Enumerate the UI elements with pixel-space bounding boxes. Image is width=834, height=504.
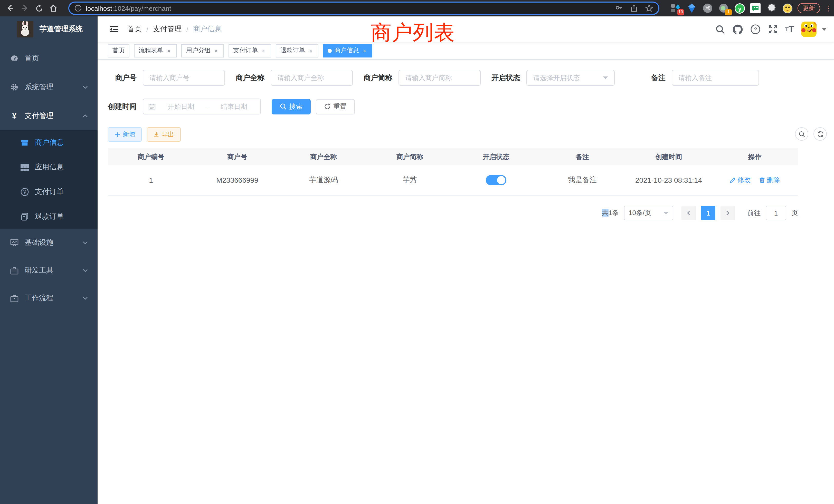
sidebar-item-dev[interactable]: 研发工具 [0,257,97,284]
search-button[interactable]: 搜索 [272,99,311,114]
fullscreen-icon[interactable] [768,24,778,35]
sidebar-item-refund[interactable]: 退款订单 [0,204,97,229]
short-name-input[interactable] [405,74,474,82]
yen-icon: ¥ [10,112,19,120]
sidebar-item-merchant[interactable]: 商户信息 [0,130,97,155]
merchant-no-input[interactable] [150,74,218,82]
avatar-caret-icon[interactable] [822,28,827,31]
gem-extension-icon[interactable] [686,3,697,14]
cell-remark: 我是备注 [539,176,626,185]
export-button[interactable]: 导出 [147,127,181,142]
y-extension-icon[interactable]: y [734,3,745,14]
extension-badge: 1 [725,9,732,16]
select-caret-icon [663,212,668,214]
tab-refund-order[interactable]: 退款订单× [276,44,319,57]
github-icon[interactable] [732,24,743,35]
shop-icon [21,139,29,147]
bookmark-star-icon[interactable] [645,4,653,12]
browser-forward-button[interactable] [18,1,32,16]
dashboard-icon [10,54,19,63]
app-logo [17,21,34,38]
user-avatar[interactable] [801,22,816,37]
toggle-extension-icon[interactable]: 1 [718,3,729,14]
sidebar-item-workflow[interactable]: 工作流程 [0,284,97,312]
edit-link[interactable]: 修改 [730,176,751,185]
chat-extension-icon[interactable] [750,3,761,14]
close-icon[interactable]: × [361,47,368,54]
page-size-select[interactable]: 10条/页 [624,206,673,220]
sidebar-item-order[interactable]: ¥ 支付订单 [0,180,97,204]
browser-update-button[interactable]: 更新 [797,3,820,13]
extension-badge: 10 [677,9,684,16]
add-button[interactable]: 新增 [108,127,142,142]
page-content: 商户号 商户全称 商户简称 开启状态 [97,60,834,220]
monitor-chart-icon [10,239,19,247]
close-icon[interactable]: × [308,47,314,54]
pagination: 共1条 10条/页 1 前往 页 [108,206,798,220]
next-page-button[interactable] [721,206,735,220]
sidebar-item-home[interactable]: 首页 [0,44,97,73]
font-size-icon[interactable]: TT [785,24,794,35]
briefcase-icon [10,294,19,302]
tab-user-group[interactable]: 用户分组× [181,44,224,57]
password-key-icon[interactable] [615,4,623,12]
column-create-time: 创建时间 [626,152,712,161]
tab-merchant-info[interactable]: 商户信息× [323,44,372,57]
status-toggle[interactable] [486,175,506,185]
breadcrumb-pay[interactable]: 支付管理 [153,25,182,34]
app-logo-row[interactable]: 芋道管理系统 [0,17,97,42]
sidebar-item-label: 支付订单 [35,187,64,197]
sidebar-item-app[interactable]: 应用信息 [0,155,97,180]
prev-page-button[interactable] [681,206,696,220]
close-icon[interactable]: × [166,47,172,54]
tab-process-form[interactable]: 流程表单× [134,44,177,57]
document-icon [21,212,29,221]
navbar-actions: ? TT [716,17,827,42]
remark-input[interactable] [678,74,752,82]
status-select[interactable] [526,70,615,86]
close-icon[interactable]: × [213,47,219,54]
pay-submenu: 商户信息 应用信息 ¥ 支付订单 [0,130,97,229]
breadcrumb-home[interactable]: 首页 [127,25,142,34]
chevron-up-icon [82,113,88,119]
filter-label: 商户号 [108,73,137,83]
browser-reload-button[interactable] [32,1,46,16]
sidebar-item-system[interactable]: 系统管理 [0,73,97,101]
sidebar-item-label: 商户信息 [35,138,64,147]
toolbox-icon [10,266,19,275]
page-number-1[interactable]: 1 [701,206,716,220]
address-bar[interactable]: localhost:1024/pay/merchant [68,2,659,15]
goto-page-input[interactable] [766,206,786,220]
chevron-down-icon [82,84,88,90]
tab-pay-order[interactable]: 支付订单× [228,44,271,57]
browser-back-button[interactable] [3,1,18,16]
browser-home-button[interactable] [46,1,61,16]
filter-label: 开启状态 [491,73,520,83]
reset-button[interactable]: 重置 [316,99,355,114]
extensions-puzzle-icon[interactable] [766,3,777,14]
hide-search-icon[interactable] [795,127,808,141]
sidebar-fold-icon[interactable] [109,24,119,35]
sidebar: 芋道管理系统 首页 系统管理 [0,17,97,504]
notion-extension-icon[interactable]: 10 [670,3,681,14]
command-extension-icon[interactable]: ⌘ [702,3,713,14]
close-icon[interactable]: × [260,47,266,54]
filter-short-name: 商户简称 [364,70,481,86]
browser-menu-icon[interactable]: ⋮ [825,4,830,12]
help-icon[interactable]: ? [750,24,761,35]
tab-home[interactable]: 首页 [108,44,129,57]
date-range-picker[interactable]: 开始日期 - 结束日期 [143,98,261,114]
browser-profile-avatar[interactable] [782,3,793,14]
full-name-input[interactable] [277,74,346,82]
breadcrumb-separator: / [186,25,189,33]
delete-link[interactable]: 删除 [759,176,780,185]
screen: localhost:1024/pay/merchant 10 ⌘ [0,0,834,504]
sidebar-item-pay[interactable]: ¥ 支付管理 [0,101,97,130]
header-search-icon[interactable] [716,24,725,34]
site-info-icon[interactable] [74,5,82,12]
sidebar-item-label: 退款订单 [35,212,64,221]
refresh-icon[interactable] [813,127,827,141]
sidebar-item-infra[interactable]: 基础设施 [0,229,97,257]
share-icon[interactable] [630,4,638,12]
date-start-placeholder: 开始日期 [160,102,202,111]
